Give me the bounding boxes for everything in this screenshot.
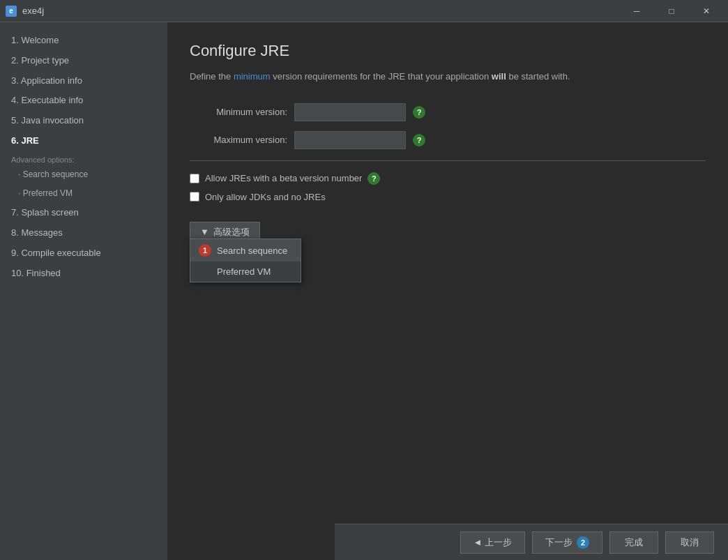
next-badge: 2 bbox=[577, 536, 589, 549]
page-title: Configure JRE bbox=[190, 42, 706, 60]
titlebar-controls: ─ □ ✕ bbox=[621, 0, 722, 22]
dropdown-item-preferred-vm[interactable]: Preferred VM bbox=[190, 262, 301, 282]
sidebar-item-executable-info[interactable]: 4. Executable info bbox=[0, 91, 167, 111]
sidebar-item-preferred-vm[interactable]: Preferred VM bbox=[0, 184, 167, 203]
minimize-button[interactable]: ─ bbox=[621, 0, 653, 22]
badge-1: 1 bbox=[199, 244, 211, 257]
checkbox-beta[interactable] bbox=[190, 174, 199, 183]
next-button-label: 下一步 bbox=[545, 536, 572, 549]
min-version-help-icon[interactable]: ? bbox=[413, 106, 425, 119]
dropdown-item-search-sequence[interactable]: 1 Search sequence bbox=[190, 239, 301, 262]
min-version-row: Minimum version: ? bbox=[190, 103, 706, 121]
min-version-label: Minimum version: bbox=[190, 107, 287, 117]
checkbox-jdk-only[interactable] bbox=[190, 192, 199, 202]
finish-button[interactable]: 完成 bbox=[609, 531, 658, 554]
desc-prefix: Define the bbox=[190, 71, 234, 82]
chevron-down-icon: ▼ bbox=[200, 227, 209, 237]
desc-bold: will bbox=[492, 71, 506, 82]
page-description: Define the minimum version requirements … bbox=[190, 70, 706, 84]
maximize-button[interactable]: □ bbox=[655, 0, 688, 22]
cancel-button[interactable]: 取消 bbox=[665, 531, 714, 554]
checkbox-jdk-label: Only allow JDKs and no JREs bbox=[205, 192, 326, 202]
desc-suffix: be started with. bbox=[508, 71, 570, 82]
checkbox-jdk-row: Only allow JDKs and no JREs bbox=[190, 192, 706, 202]
sidebar-item-compile-executable[interactable]: 9. Compile executable bbox=[0, 243, 167, 264]
desc-highlight: minimum bbox=[234, 71, 271, 82]
back-button-label: ◄ 上一步 bbox=[473, 536, 512, 549]
advanced-button-label: 高级选项 bbox=[213, 226, 250, 239]
sidebar-item-jre[interactable]: 6. JRE bbox=[0, 131, 167, 151]
app-icon: e bbox=[6, 6, 17, 17]
back-button[interactable]: ◄ 上一步 bbox=[460, 531, 525, 554]
beta-help-icon[interactable]: ? bbox=[367, 172, 380, 185]
sidebar: 1. Welcome 2. Project type 3. Applicatio… bbox=[0, 22, 167, 560]
sidebar-item-search-sequence[interactable]: Search sequence bbox=[0, 165, 167, 184]
sidebar-item-splash-screen[interactable]: 7. Splash screen bbox=[0, 203, 167, 223]
checkbox-beta-row: Allow JREs with a beta version number ? bbox=[190, 172, 706, 185]
desc-middle: version requirements for the JRE that yo… bbox=[273, 71, 492, 82]
max-version-label: Maximum version: bbox=[190, 135, 287, 145]
content-area: Configure JRE Define the minimum version… bbox=[167, 22, 728, 560]
max-version-input[interactable] bbox=[294, 131, 406, 149]
dropdown-item-preferred-vm-label: Preferred VM bbox=[217, 266, 271, 277]
titlebar-title: exe4j bbox=[22, 6, 44, 16]
dropdown-menu: 1 Search sequence Preferred VM bbox=[190, 239, 301, 282]
titlebar: e exe4j ─ □ ✕ bbox=[0, 0, 728, 22]
footer: ◄ 上一步 下一步 2 完成 取消 bbox=[335, 524, 728, 560]
sidebar-item-finished[interactable]: 10. Finished bbox=[0, 264, 167, 284]
max-version-help-icon[interactable]: ? bbox=[413, 134, 425, 146]
sidebar-item-java-invocation[interactable]: 5. Java invocation bbox=[0, 111, 167, 131]
min-version-input[interactable] bbox=[294, 103, 406, 121]
close-button[interactable]: ✕ bbox=[690, 0, 722, 22]
next-button[interactable]: 下一步 2 bbox=[532, 531, 602, 554]
main-layout: 1. Welcome 2. Project type 3. Applicatio… bbox=[0, 22, 728, 560]
dropdown-item-search-sequence-label: Search sequence bbox=[217, 245, 287, 256]
checkbox-beta-label: Allow JREs with a beta version number bbox=[205, 173, 362, 183]
sidebar-advanced-label: Advanced options: bbox=[0, 151, 167, 165]
sidebar-item-project-type[interactable]: 2. Project type bbox=[0, 51, 167, 71]
separator-1 bbox=[190, 160, 706, 161]
sidebar-item-welcome[interactable]: 1. Welcome bbox=[0, 31, 167, 51]
max-version-row: Maximum version: ? bbox=[190, 131, 706, 149]
sidebar-item-messages[interactable]: 8. Messages bbox=[0, 223, 167, 243]
sidebar-item-application-info[interactable]: 3. Application info bbox=[0, 71, 167, 91]
